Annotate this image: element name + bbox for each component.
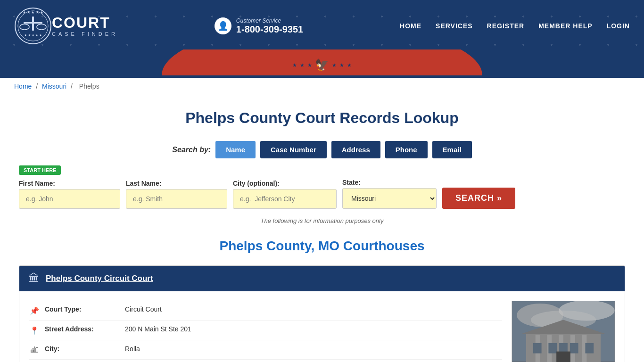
courthouse-details: 📌 Court Type: Circuit Court 📍 Street Add…	[29, 301, 502, 362]
court-type-value: Circuit Court	[125, 305, 162, 313]
city-detail-value: Rolla	[125, 345, 140, 353]
courthouse-name[interactable]: Phelps County Circuit Court	[46, 274, 153, 283]
tab-email[interactable]: Email	[432, 141, 472, 158]
main-nav: HOME SERVICES REGISTER MEMBER HELP LOGIN	[400, 22, 630, 30]
main-content: Phelps County Court Records Lookup Searc…	[0, 95, 644, 362]
breadcrumb-county: Phelps	[79, 82, 99, 90]
star-3: ★	[307, 62, 312, 68]
svg-rect-25	[556, 352, 570, 362]
street-address-value: 200 N Main St Ste 201	[125, 325, 191, 333]
search-by-label: Search by:	[172, 146, 211, 154]
city-group: City (optional):	[233, 180, 337, 209]
tab-phone[interactable]: Phone	[385, 141, 428, 158]
courthouse-image	[512, 301, 615, 362]
detail-row-city: 🏙 City: Rolla	[29, 340, 502, 360]
breadcrumb-home[interactable]: Home	[14, 82, 32, 90]
tab-case-number[interactable]: Case Number	[260, 141, 327, 158]
star-2: ★	[300, 62, 305, 68]
page-title: Phelps County Court Records Lookup	[19, 109, 625, 127]
court-type-icon: 📌	[29, 306, 40, 315]
state-label: State:	[342, 179, 437, 186]
svg-rect-21	[548, 343, 557, 354]
courthouse-header: 🏛 Phelps County Circuit Court	[19, 266, 625, 291]
search-button[interactable]: SEARCH »	[442, 188, 515, 209]
state-group: State: Missouri Alabama Alaska Arizona	[342, 179, 437, 209]
header-ribbon-area: ★ ★ ★ 🦅 ★ ★ ★	[0, 49, 644, 75]
courthouses-title: Phelps County, MO Courthouses	[19, 239, 625, 254]
breadcrumb-state[interactable]: Missouri	[42, 82, 66, 90]
nav-login[interactable]: LOGIN	[607, 22, 630, 30]
court-type-label: Court Type:	[45, 305, 120, 313]
courthouse-card: 🏛 Phelps County Circuit Court 📌 Court Ty…	[19, 265, 625, 362]
detail-row-address: 📍 Street Address: 200 N Main St Ste 201	[29, 321, 502, 340]
last-name-input[interactable]	[126, 189, 227, 209]
last-name-label: Last Name:	[126, 180, 227, 187]
detail-row-type: 📌 Court Type: Circuit Court	[29, 301, 502, 321]
info-note: The following is for information purpose…	[19, 217, 625, 224]
svg-rect-23	[570, 343, 578, 354]
city-icon: 🏙	[29, 346, 40, 354]
street-address-label: Street Address:	[45, 325, 120, 333]
start-here-badge: START HERE	[19, 165, 61, 175]
nav-home[interactable]: HOME	[400, 22, 421, 30]
first-name-group: First Name:	[19, 180, 120, 209]
star-5: ★	[339, 62, 344, 68]
breadcrumb-sep-2: /	[71, 82, 74, 90]
tab-name[interactable]: Name	[215, 141, 256, 158]
city-detail-label: City:	[45, 345, 120, 353]
svg-rect-20	[533, 343, 542, 354]
first-name-label: First Name:	[19, 180, 120, 187]
nav-member-help[interactable]: MEMBER HELP	[538, 22, 592, 30]
eagle-icon: 🦅	[315, 58, 329, 72]
state-select[interactable]: Missouri Alabama Alaska Arizona	[342, 188, 437, 209]
search-form: First Name: Last Name: City (optional): …	[19, 179, 625, 209]
search-by-row: Search by: Name Case Number Address Phon…	[19, 141, 625, 158]
breadcrumb: Home / Missouri / Phelps	[0, 78, 644, 95]
courthouse-body: 📌 Court Type: Circuit Court 📍 Street Add…	[19, 291, 625, 362]
star-1: ★	[292, 62, 297, 68]
site-header: ★ ★ ★ ★ ★ ★ ★ ★ ★ ★ COURT CASE FINDER 👤	[0, 0, 644, 78]
last-name-group: Last Name:	[126, 180, 227, 209]
tab-address[interactable]: Address	[331, 141, 380, 158]
first-name-input[interactable]	[19, 189, 120, 209]
city-label: City (optional):	[233, 180, 337, 187]
address-icon: 📍	[29, 326, 40, 335]
star-4: ★	[332, 62, 337, 68]
breadcrumb-sep-1: /	[36, 82, 40, 90]
city-input[interactable]	[233, 189, 337, 209]
nav-register[interactable]: REGISTER	[487, 22, 525, 30]
star-6: ★	[347, 62, 352, 68]
courthouse-building-icon: 🏛	[29, 272, 39, 285]
nav-services[interactable]: SERVICES	[436, 22, 473, 30]
svg-rect-24	[585, 343, 594, 354]
